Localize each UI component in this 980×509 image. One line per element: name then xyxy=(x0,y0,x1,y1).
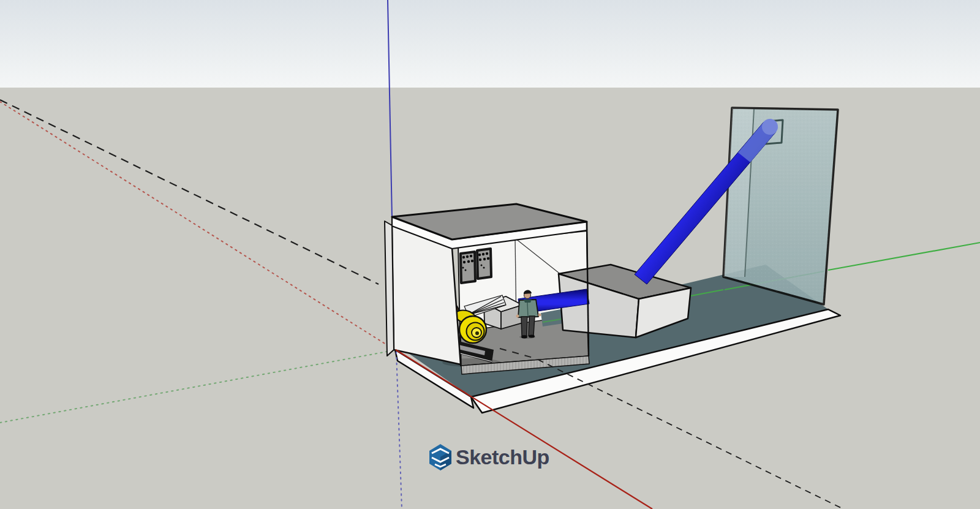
worker-shoe-left xyxy=(521,336,527,339)
worker-leg-left xyxy=(521,317,527,336)
worker-leg-right xyxy=(529,316,535,336)
sky xyxy=(0,0,980,88)
intake-wall[interactable] xyxy=(723,108,838,304)
worker-shoe-right xyxy=(529,335,535,338)
intake-wall-texture xyxy=(723,108,838,304)
watermark-label: SketchUp xyxy=(456,445,549,469)
sketchup-viewport[interactable]: SketchUp xyxy=(0,0,980,509)
modeling-canvas[interactable]: SketchUp xyxy=(0,0,980,509)
worker-zipper xyxy=(527,303,528,317)
worker-collar xyxy=(524,300,532,303)
pump-volute-hub xyxy=(475,331,479,335)
worker-hand-left xyxy=(516,315,519,318)
worker-hand-right xyxy=(538,314,541,317)
control-panel-right[interactable] xyxy=(477,249,491,279)
control-panels[interactable] xyxy=(461,249,491,283)
pipe-riser-tip xyxy=(762,119,778,135)
